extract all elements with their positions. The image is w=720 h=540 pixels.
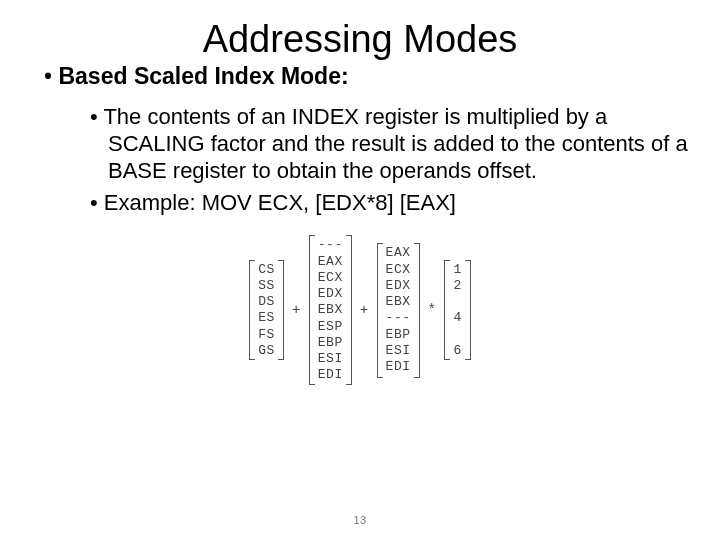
subheading: Based Scaled Index Mode: (44, 63, 690, 90)
base-group: --- EAX ECX EDX EBX ESP EBP ESI EDI (309, 235, 352, 385)
index-col: EAX ECX EDX EBX --- EBP ESI EDI (383, 243, 414, 377)
plus-op-1: + (284, 302, 309, 318)
index-item: EDX (386, 278, 411, 294)
seg-item: GS (258, 343, 275, 359)
seg-item: ES (258, 310, 275, 326)
seg-item: SS (258, 278, 275, 294)
page-number: 13 (0, 514, 720, 526)
index-group: EAX ECX EDX EBX --- EBP ESI EDI (377, 243, 420, 378)
plus-op-2: + (352, 302, 377, 318)
base-col: --- EAX ECX EDX EBX ESP EBP ESI EDI (315, 235, 346, 385)
addressing-diagram: CS SS DS ES FS GS + --- EAX ECX EDX EBX … (100, 235, 620, 385)
index-item: --- (386, 310, 411, 326)
base-item: EDI (318, 367, 343, 383)
index-item: EAX (386, 245, 411, 261)
scale-item: 2 (453, 278, 461, 294)
segment-group: CS SS DS ES FS GS (249, 260, 284, 362)
scale-item: 6 (453, 343, 461, 359)
index-item: ECX (386, 262, 411, 278)
index-item: EBX (386, 294, 411, 310)
index-item: EBP (386, 327, 411, 343)
base-item: EAX (318, 254, 343, 270)
scale-item: 4 (453, 310, 461, 326)
star-op: * (420, 302, 445, 318)
base-item: ESI (318, 351, 343, 367)
base-item: --- (318, 237, 343, 253)
body-list: The contents of an INDEX register is mul… (90, 104, 690, 217)
scale-item: 1 (453, 262, 461, 278)
index-item: EDI (386, 359, 411, 375)
bullet-example: Example: MOV ECX, [EDX*8] [EAX] (90, 190, 690, 217)
base-item: ESP (318, 319, 343, 335)
base-item: EDX (318, 286, 343, 302)
bullet-description: The contents of an INDEX register is mul… (90, 104, 690, 184)
seg-item: FS (258, 327, 275, 343)
base-item: EBP (318, 335, 343, 351)
base-item: EBX (318, 302, 343, 318)
scale-group: 1 2 4 6 (444, 260, 470, 361)
slide-title: Addressing Modes (30, 18, 690, 61)
seg-item: CS (258, 262, 275, 278)
scale-col: 1 2 4 6 (450, 260, 464, 361)
seg-item: DS (258, 294, 275, 310)
base-item: ECX (318, 270, 343, 286)
segment-col: CS SS DS ES FS GS (255, 260, 278, 362)
index-item: ESI (386, 343, 411, 359)
bracket-right-icon (465, 260, 471, 360)
